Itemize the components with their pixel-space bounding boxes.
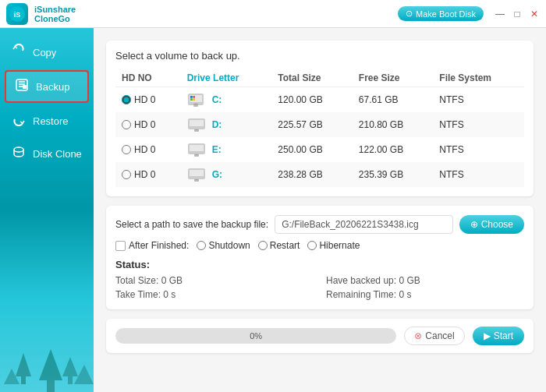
drive-letter-cell: E:	[181, 137, 272, 162]
hd-no-cell: HD 0	[115, 112, 181, 137]
volume-radio[interactable]	[122, 145, 131, 154]
file-system-cell: NTFS	[433, 112, 524, 137]
col-drive-letter: Drive Letter	[181, 69, 272, 87]
after-finished-checkbox-label[interactable]: After Finished:	[115, 240, 189, 251]
maximize-button[interactable]: □	[512, 9, 523, 19]
minimize-button[interactable]: —	[495, 9, 505, 19]
col-file-system: File System	[433, 69, 524, 87]
sidebar-item-backup[interactable]: Backup	[5, 70, 89, 103]
volume-radio[interactable]	[122, 170, 131, 179]
svg-marker-5	[16, 353, 31, 376]
start-icon: ▶	[484, 330, 491, 341]
shutdown-label: Shutdown	[208, 240, 250, 251]
choose-button[interactable]: ⊕ Choose	[459, 215, 524, 234]
status-section: Status: Total Size: 0 GB Have backed up:…	[115, 259, 524, 300]
title-bar: iS iSunshare CloneGo ⊙ Make Boot Disk — …	[0, 0, 546, 28]
status-remaining-time: Remaining Time: 0 s	[326, 289, 524, 300]
svg-rect-24	[194, 130, 199, 132]
drive-disk-icon	[187, 117, 209, 132]
file-system-cell: NTFS	[433, 162, 524, 187]
cancel-button[interactable]: ⊗ Cancel	[404, 327, 464, 345]
shutdown-radio[interactable]	[197, 241, 206, 250]
volume-section-title: Select a volume to back up.	[115, 50, 524, 62]
sidebar-copy-label: Copy	[33, 47, 56, 58]
copy-icon	[11, 44, 27, 61]
svg-point-4	[14, 147, 23, 152]
restart-option[interactable]: Restart	[258, 240, 300, 251]
svg-rect-26	[190, 145, 204, 151]
col-free-size: Free Size	[353, 69, 433, 87]
col-hd-no: HD NO	[115, 69, 181, 87]
sidebar-backup-label: Backup	[36, 81, 69, 93]
free-size-cell: 210.80 GB	[353, 112, 433, 137]
svg-rect-28	[194, 155, 199, 157]
table-row: HD 0 C:120.00 GB67.61 GBNTFS	[115, 87, 524, 113]
file-system-cell: NTFS	[433, 87, 524, 113]
app-title-line1: iSunshare	[34, 5, 76, 14]
sidebar-item-disk-clone[interactable]: Disk Clone	[0, 137, 94, 170]
main-container: Copy Backup Restore	[0, 28, 546, 392]
total-size-value: 0 GB	[161, 275, 183, 286]
svg-rect-10	[68, 376, 73, 384]
sidebar-item-copy[interactable]: Copy	[0, 36, 94, 69]
start-button[interactable]: ▶ Start	[473, 327, 524, 345]
drive-letter-cell: D:	[181, 112, 272, 137]
drive-text: E:	[212, 144, 222, 155]
total-size-cell: 250.00 GB	[271, 137, 352, 162]
make-boot-disk-button[interactable]: ⊙ Make Boot Disk	[398, 6, 484, 21]
svg-rect-16	[193, 105, 198, 107]
volume-section: Select a volume to back up. HD NO Drive …	[106, 41, 534, 196]
app-title-line2: CloneGo	[34, 14, 76, 23]
free-size-cell: 235.39 GB	[353, 162, 433, 187]
sidebar-item-restore[interactable]: Restore	[0, 104, 94, 137]
restore-icon	[11, 112, 27, 129]
svg-marker-7	[39, 349, 62, 380]
path-label: Select a path to save the backup file:	[115, 219, 268, 230]
remaining-time-value: 0 s	[399, 289, 411, 300]
drive-disk-icon	[187, 92, 209, 108]
hd-no-cell: HD 0	[115, 137, 181, 162]
hibernate-radio[interactable]	[307, 241, 317, 250]
app-title-text: iSunshare CloneGo	[34, 5, 76, 23]
hibernate-option[interactable]: Hibernate	[307, 240, 360, 251]
total-size-cell: 120.00 GB	[271, 87, 352, 113]
drive-text: D:	[212, 119, 222, 130]
take-time-value: 0 s	[163, 289, 176, 300]
restart-radio[interactable]	[258, 241, 268, 250]
volume-radio[interactable]	[122, 120, 131, 129]
svg-marker-9	[62, 357, 78, 376]
drive-text: C:	[212, 94, 222, 105]
drive-text: G:	[212, 169, 222, 180]
hibernate-label: Hibernate	[319, 240, 360, 251]
status-grid: Total Size: 0 GB Have backed up: 0 GB Ta…	[115, 275, 524, 300]
after-finished-checkbox[interactable]	[115, 241, 126, 251]
file-system-cell: NTFS	[433, 137, 524, 162]
disk-clone-icon	[11, 145, 27, 162]
svg-rect-32	[194, 180, 199, 182]
svg-rect-8	[47, 380, 55, 392]
path-input[interactable]	[275, 215, 453, 234]
volume-radio[interactable]	[122, 95, 131, 104]
bottom-bar: 0% ⊗ Cancel ▶ Start	[106, 319, 534, 353]
path-row: Select a path to save the backup file: ⊕…	[115, 215, 524, 234]
hd-no-text: HD 0	[134, 119, 155, 130]
close-button[interactable]: ✕	[529, 9, 540, 19]
svg-rect-22	[190, 120, 204, 126]
status-have-backed-up: Have backed up: 0 GB	[326, 275, 524, 286]
svg-rect-30	[190, 170, 204, 176]
free-size-cell: 67.61 GB	[353, 87, 433, 113]
disk-icon: ⊙	[406, 9, 413, 19]
hd-no-cell: HD 0	[115, 162, 181, 187]
title-bar-right: ⊙ Make Boot Disk — □ ✕	[398, 6, 540, 21]
shutdown-option[interactable]: Shutdown	[197, 240, 250, 251]
svg-rect-20	[193, 98, 195, 101]
progress-label: 0%	[250, 331, 262, 341]
cancel-label: Cancel	[425, 330, 454, 341]
window-controls: — □ ✕	[495, 9, 540, 19]
free-size-cell: 122.00 GB	[353, 137, 433, 162]
status-take-time: Take Time: 0 s	[115, 289, 314, 300]
sidebar-decoration	[0, 330, 94, 392]
sidebar: Copy Backup Restore	[0, 28, 94, 392]
have-backed-up-label: Have backed up:	[326, 275, 399, 286]
sidebar-restore-label: Restore	[33, 115, 69, 127]
